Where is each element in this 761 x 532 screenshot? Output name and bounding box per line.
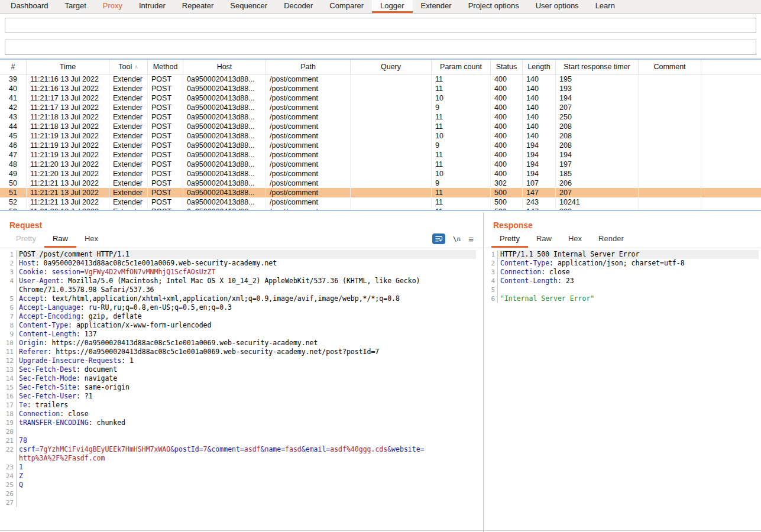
- table-row[interactable]: 5011:21:21 13 Jul 2022ExtenderPOST0a9500…: [0, 179, 761, 188]
- log-table-body: 3911:21:16 13 Jul 2022ExtenderPOST0a9500…: [0, 74, 761, 210]
- menu-item-user-options[interactable]: User options: [527, 0, 587, 13]
- cell--: 46: [0, 141, 27, 150]
- table-row[interactable]: 4811:21:20 13 Jul 2022ExtenderPOST0a9500…: [0, 160, 761, 169]
- cell-param-count: 10: [432, 169, 491, 179]
- line-number: [0, 286, 17, 294]
- cell-method: POST: [148, 197, 183, 207]
- menu-item-logger[interactable]: Logger: [372, 0, 412, 13]
- table-row[interactable]: 5211:21:21 13 Jul 2022ExtenderPOST0a9500…: [0, 197, 761, 207]
- menu-item-repeater[interactable]: Repeater: [174, 0, 222, 13]
- line-number: 22: [0, 445, 17, 454]
- capture-filter-bar[interactable]: Capture filter: Logger memory limit set …: [5, 18, 756, 33]
- cell-param-count: 11: [432, 150, 491, 160]
- cell-query: [351, 112, 432, 122]
- cell-time: 11:21:21 13 Jul 2022: [27, 179, 109, 188]
- request-tab-hex[interactable]: Hex: [76, 231, 106, 248]
- cell-tool: Extender: [109, 131, 148, 141]
- soft-wrap-icon[interactable]: [432, 233, 445, 244]
- cell-comment: [639, 150, 701, 160]
- editor-line: http%3A%2F%2Fasdf.com: [0, 454, 476, 463]
- view-filter-bar[interactable]: View filter: Showing all items: [5, 40, 756, 55]
- show-newlines-icon[interactable]: \n: [453, 235, 461, 243]
- table-row[interactable]: 4111:21:17 13 Jul 2022ExtenderPOST0a9500…: [0, 93, 761, 103]
- column-header-tool[interactable]: Tool∧: [109, 60, 148, 74]
- cell-time: 11:21:21 13 Jul 2022: [27, 188, 109, 197]
- table-row[interactable]: 5311:21:22 13 Jul 2022ExtenderPOST0a9500…: [0, 207, 761, 210]
- cell-tool: Extender: [109, 160, 148, 169]
- request-tab-raw[interactable]: Raw: [44, 231, 76, 248]
- cell-param-count: 9: [432, 141, 491, 150]
- response-tab-raw[interactable]: Raw: [528, 231, 560, 248]
- menu-item-project-options[interactable]: Project options: [460, 0, 527, 13]
- response-tab-hex[interactable]: Hex: [560, 231, 590, 248]
- column-header-comment[interactable]: Comment: [639, 60, 701, 74]
- response-editor[interactable]: 1HTTP/1.1 500 Internal Server Error2Cont…: [485, 250, 759, 530]
- menu-item-comparer[interactable]: Comparer: [321, 0, 372, 13]
- cell-query: [351, 93, 432, 103]
- request-tab-pretty[interactable]: Pretty: [8, 231, 44, 248]
- cell-param-count: 11: [432, 207, 491, 210]
- line-number: 13: [0, 365, 17, 374]
- cell-tool: Extender: [109, 188, 148, 197]
- menu-item-decoder[interactable]: Decoder: [276, 0, 321, 13]
- editor-menu-icon[interactable]: ≡: [468, 235, 474, 244]
- column-header-param-count[interactable]: Param count: [432, 60, 491, 74]
- line-number: 4: [485, 277, 498, 286]
- line-number: 16: [0, 392, 17, 401]
- editor-line: 27: [0, 498, 476, 507]
- cell-tool: Extender: [109, 179, 148, 188]
- table-row[interactable]: 4511:21:19 13 Jul 2022ExtenderPOST0a9500…: [0, 131, 761, 141]
- table-row[interactable]: 4611:21:19 13 Jul 2022ExtenderPOST0a9500…: [0, 141, 761, 150]
- column-header-status[interactable]: Status: [491, 60, 523, 74]
- editor-line: 15Sec-Fetch-Site: same-origin: [0, 383, 476, 392]
- menu-item-extender[interactable]: Extender: [413, 0, 460, 13]
- column-header-time[interactable]: Time: [27, 60, 109, 74]
- cell-start-response-timer: 193: [556, 84, 639, 93]
- line-number: 1: [485, 250, 498, 259]
- cell-comment: [639, 93, 701, 103]
- table-row[interactable]: 4311:21:18 13 Jul 2022ExtenderPOST0a9500…: [0, 112, 761, 122]
- menu-item-proxy[interactable]: Proxy: [95, 0, 131, 13]
- response-tab-render[interactable]: Render: [590, 231, 632, 248]
- column-header-host[interactable]: Host: [183, 60, 266, 74]
- menu-item-dashboard[interactable]: Dashboard: [2, 0, 57, 13]
- table-row[interactable]: 4011:21:16 13 Jul 2022ExtenderPOST0a9500…: [0, 84, 761, 93]
- column-header-method[interactable]: Method: [148, 60, 183, 74]
- cell-start-response-timer: 195: [556, 74, 639, 84]
- menu-item-learn[interactable]: Learn: [587, 0, 623, 13]
- cell--: 41: [0, 93, 27, 103]
- table-row[interactable]: 5111:21:21 13 Jul 2022ExtenderPOST0a9500…: [0, 188, 761, 197]
- cell-comment: [639, 207, 701, 210]
- cell-query: [351, 207, 432, 210]
- column-header-query[interactable]: Query: [351, 60, 432, 74]
- cell-path: /post/comment: [266, 197, 351, 207]
- column-header-start-response-timer[interactable]: Start response timer: [556, 60, 639, 74]
- editor-line: 25Q: [0, 481, 476, 489]
- cell-host: 0a9500020413d88...: [183, 84, 266, 93]
- cell--: 39: [0, 74, 27, 84]
- editor-line: 24Z: [0, 472, 476, 481]
- cell-status: 500: [491, 207, 523, 210]
- column-header-length[interactable]: Length: [523, 60, 556, 74]
- column-header-path[interactable]: Path: [266, 60, 351, 74]
- menu-item-intruder[interactable]: Intruder: [131, 0, 174, 13]
- table-row[interactable]: 4411:21:18 13 Jul 2022ExtenderPOST0a9500…: [0, 122, 761, 131]
- table-row[interactable]: 4711:21:19 13 Jul 2022ExtenderPOST0a9500…: [0, 150, 761, 160]
- menu-item-target[interactable]: Target: [57, 0, 95, 13]
- cell-start-response-timer: 208: [556, 131, 639, 141]
- table-row[interactable]: 3911:21:16 13 Jul 2022ExtenderPOST0a9500…: [0, 74, 761, 84]
- editor-line: 8Content-Type: application/x-www-form-ur…: [0, 321, 476, 330]
- table-row[interactable]: 4911:21:20 13 Jul 2022ExtenderPOST0a9500…: [0, 169, 761, 179]
- cell-time: 11:21:20 13 Jul 2022: [27, 169, 109, 179]
- request-editor[interactable]: 1POST /post/comment HTTP/1.12Host: 0a950…: [0, 250, 476, 530]
- line-number: 12: [0, 356, 17, 365]
- request-tabs: PrettyRawHex \n ≡: [0, 232, 483, 248]
- table-row[interactable]: 4211:21:17 13 Jul 2022ExtenderPOST0a9500…: [0, 103, 761, 112]
- cell-length: 194: [523, 150, 556, 160]
- response-tab-pretty[interactable]: Pretty: [491, 231, 528, 248]
- menu-item-sequencer[interactable]: Sequencer: [222, 0, 276, 13]
- cell--: 50: [0, 179, 27, 188]
- column-header--[interactable]: #: [0, 60, 27, 74]
- cell-host: 0a9500020413d88...: [183, 93, 266, 103]
- line-number: 14: [0, 374, 17, 383]
